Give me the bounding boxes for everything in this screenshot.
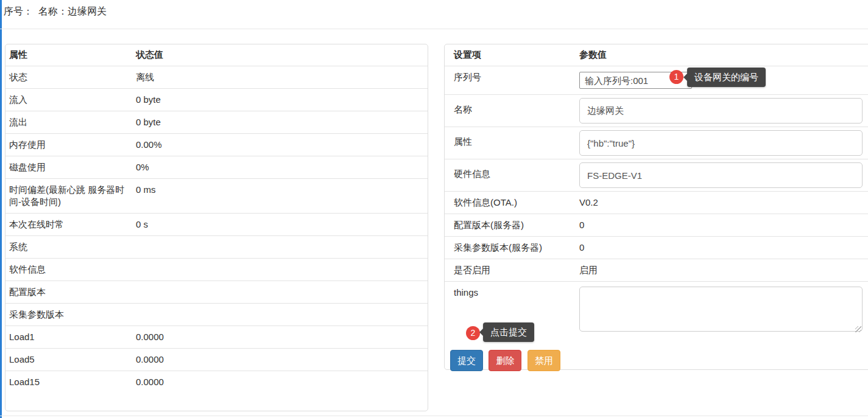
table-row: 本次在线时常0 s	[5, 214, 428, 236]
tour-step-1-tooltip: 设备网关的编号	[687, 68, 766, 87]
table-row: Load50.0000	[5, 349, 428, 371]
table-row: 状态离线	[5, 66, 428, 89]
serial-number-title-label: 序号：	[4, 6, 33, 16]
device-name-input[interactable]	[579, 98, 863, 124]
table-row: 属性	[445, 127, 868, 159]
tour-step-2-tooltip: 点击提交	[483, 322, 534, 342]
table-row: 配置版本(服务器) 0	[445, 214, 868, 237]
table-row: 流入0 byte	[5, 89, 428, 111]
column-header-parameter-value: 参数值	[579, 44, 868, 66]
tooltip-text: 点击提交	[490, 327, 527, 337]
table-row: 磁盘使用0%	[5, 156, 428, 179]
settings-table-header-row: 设置项 参数值	[445, 44, 868, 66]
settings-table: 设置项 参数值 序列号 名称 属性 硬件信息	[445, 44, 868, 340]
table-row: 时间偏差(最新心跳 服务器时间-设备时间)0 ms	[5, 179, 428, 214]
things-textarea[interactable]	[579, 287, 863, 332]
table-row: 是否启用 启用	[445, 259, 868, 282]
disable-button[interactable]: 禁用	[528, 350, 560, 371]
hardware-info-input[interactable]	[579, 162, 863, 188]
device-name-title-label: 名称：边缘网关	[38, 6, 107, 16]
table-row: 流出0 byte	[5, 111, 428, 134]
submit-button[interactable]: 提交	[450, 350, 483, 371]
table-row: 名称	[445, 95, 868, 127]
table-row: 采集参数版本(服务器) 0	[445, 237, 868, 259]
table-row: Load10.0000	[5, 326, 428, 349]
delete-button[interactable]: 删除	[489, 350, 521, 371]
page-title: 序号：名称：边缘网关	[4, 5, 107, 18]
gateway-detail-page: 序号：名称：边缘网关 属性 状态值 状态离线 流入0 byte 流出0 byte…	[0, 0, 868, 418]
resize-handle-icon[interactable]	[855, 326, 861, 332]
table-row: 软件信息	[5, 259, 428, 281]
table-row: 序列号	[445, 66, 868, 95]
bottom-divider	[0, 416, 868, 416]
table-row: 软件信息(OTA.) V0.2	[445, 192, 868, 214]
action-button-row: 提交 删除 禁用	[450, 350, 868, 371]
column-header-setting-item: 设置项	[445, 44, 579, 66]
tour-step-2-badge: 2	[466, 326, 480, 340]
table-row: 内存使用0.00%	[5, 134, 428, 156]
status-table-header-row: 属性 状态值	[5, 44, 428, 66]
attributes-input[interactable]	[579, 130, 863, 156]
table-row: 硬件信息	[445, 159, 868, 192]
tooltip-arrow-icon	[479, 329, 483, 336]
tour-step-1-badge: 1	[669, 70, 683, 84]
tooltip-text: 设备网关的编号	[694, 72, 758, 82]
status-panel: 属性 状态值 状态离线 流入0 byte 流出0 byte 内存使用0.00% …	[5, 44, 428, 411]
column-header-status-value: 状态值	[132, 44, 428, 66]
title-divider	[0, 29, 868, 29]
status-table: 属性 状态值 状态离线 流入0 byte 流出0 byte 内存使用0.00% …	[5, 44, 428, 393]
column-header-attribute: 属性	[5, 44, 132, 66]
left-accent-bar	[0, 0, 2, 418]
table-row: 系统	[5, 236, 428, 259]
table-row: 配置版本	[5, 281, 428, 304]
tooltip-arrow-icon	[683, 74, 687, 81]
table-row: 采集参数版本	[5, 304, 428, 326]
settings-panel: 设置项 参数值 序列号 名称 属性 硬件信息	[444, 44, 868, 370]
table-row: Load150.0000	[5, 371, 428, 394]
